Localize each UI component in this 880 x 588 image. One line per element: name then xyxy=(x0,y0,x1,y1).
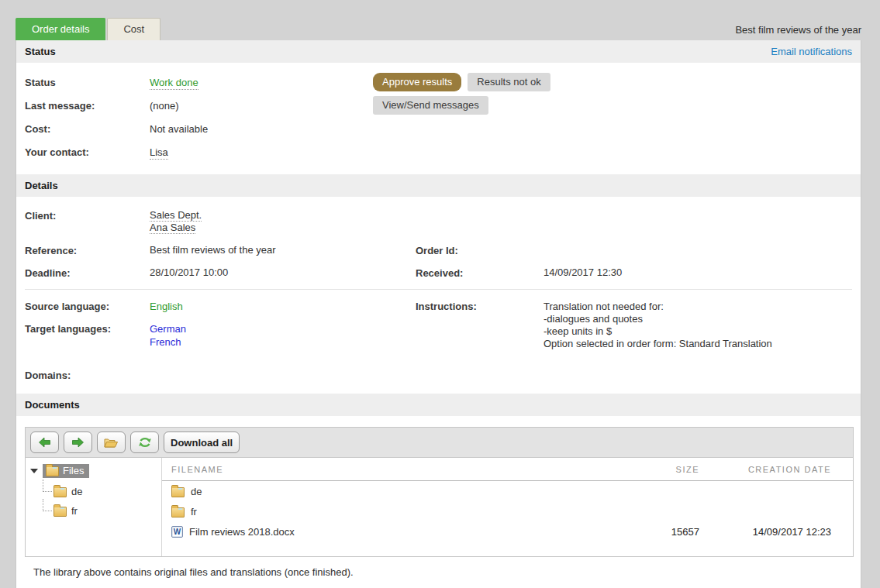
library-note: The library above contains original file… xyxy=(25,557,852,588)
cost-label: Cost: xyxy=(25,123,150,135)
last-message-row: Last message: (none) View/Send messages xyxy=(25,94,852,117)
your-contact-label: Your contact: xyxy=(25,146,150,158)
status-section-body: Status Work done Approve results Results… xyxy=(16,63,861,174)
cost-row: Cost: Not available xyxy=(25,117,852,140)
column-header-filename[interactable]: FILENAME xyxy=(171,465,626,474)
last-message-value: (none) xyxy=(150,100,373,112)
documents-section-title: Documents xyxy=(25,399,80,411)
status-row: Status Work done Approve results Results… xyxy=(25,70,852,94)
tree-item-fr[interactable]: fr xyxy=(53,505,161,517)
details-divider xyxy=(25,289,852,290)
back-button[interactable] xyxy=(30,432,59,453)
tree-child-label: de xyxy=(71,486,82,497)
instructions-line: -dialogues and quotes xyxy=(544,313,852,325)
instructions-text: Translation not needed for: -dialogues a… xyxy=(544,301,852,350)
details-section-title: Details xyxy=(25,180,58,191)
your-contact-row: Your contact: Lisa xyxy=(25,140,852,163)
received-value: 14/09/2017 12:30 xyxy=(544,266,852,278)
last-message-label: Last message: xyxy=(25,100,150,112)
client-person[interactable]: Ana Sales xyxy=(150,222,195,234)
client-company[interactable]: Sales Dept. xyxy=(150,209,202,222)
file-name: de xyxy=(191,486,202,497)
view-send-messages-button[interactable]: View/Send messages xyxy=(373,96,488,115)
tree-item-de[interactable]: de xyxy=(53,486,161,497)
folder-icon xyxy=(53,507,67,517)
file-size: 15657 xyxy=(626,526,699,538)
order-details-panel: Status Email notifications Status Work d… xyxy=(16,40,861,588)
instructions-line: -keep units in $ xyxy=(544,325,852,338)
file-row-film-reviews[interactable]: W Film reviews 2018.docx 15657 14/09/201… xyxy=(162,521,853,542)
file-name: Film reviews 2018.docx xyxy=(189,526,295,538)
tree-root-label: Files xyxy=(63,465,84,476)
target-languages-label: Target languages: xyxy=(25,323,150,335)
tab-cost[interactable]: Cost xyxy=(107,18,160,40)
tab-order-details[interactable]: Order details xyxy=(16,18,105,40)
details-section-body: Client: Sales Dept. Ana Sales Reference:… xyxy=(16,197,861,394)
refresh-icon xyxy=(138,436,152,449)
email-notifications-link[interactable]: Email notifications xyxy=(771,46,852,57)
file-row-de[interactable]: de xyxy=(162,481,853,501)
target-language-german[interactable]: German xyxy=(150,323,416,335)
documents-section-header: Documents xyxy=(16,394,861,416)
folder-icon xyxy=(46,466,59,476)
languages-instructions-grid: Source language: English Instructions: T… xyxy=(25,301,852,383)
reference-value: Best film reviews of the year xyxy=(150,244,416,256)
order-id-label: Order Id: xyxy=(416,244,544,256)
file-list-header: FILENAME SIZE CREATION DATE xyxy=(162,458,853,481)
your-contact-value[interactable]: Lisa xyxy=(150,146,168,160)
reference-row: Reference: Best film reviews of the year… xyxy=(25,244,852,256)
target-language-french[interactable]: French xyxy=(150,336,416,348)
approve-results-button[interactable]: Approve results xyxy=(373,73,461,91)
open-folder-icon xyxy=(104,437,119,449)
forward-button[interactable] xyxy=(64,432,92,453)
status-value[interactable]: Work done xyxy=(150,77,198,90)
client-label: Client: xyxy=(25,209,150,222)
tab-bar: Order details Cost Best film reviews of … xyxy=(16,18,861,40)
file-date: 14/09/2017 12:23 xyxy=(699,526,831,538)
tree-child-label: fr xyxy=(71,505,78,517)
file-browser-toolbar: Download all xyxy=(26,428,853,458)
word-doc-icon: W xyxy=(171,526,183,538)
domains-label: Domains: xyxy=(25,370,150,383)
source-language-label: Source language: xyxy=(25,301,150,312)
status-label: Status xyxy=(25,77,150,88)
folder-icon xyxy=(53,487,67,497)
client-row: Client: Sales Dept. Ana Sales xyxy=(25,209,852,234)
results-not-ok-button[interactable]: Results not ok xyxy=(468,73,550,91)
file-row-fr[interactable]: fr xyxy=(162,501,853,521)
folder-icon xyxy=(171,507,185,518)
download-all-button[interactable]: Download all xyxy=(164,432,240,453)
back-arrow-icon xyxy=(38,437,51,448)
instructions-line: Option selected in order form: Standard … xyxy=(544,338,852,350)
order-reference-title: Best film reviews of the year xyxy=(735,24,861,40)
documents-section-body: Download all Files de xyxy=(16,416,861,588)
folder-icon xyxy=(171,487,185,497)
source-language-value: English xyxy=(150,301,416,312)
cost-value: Not available xyxy=(150,123,373,135)
tree-expand-icon[interactable] xyxy=(30,469,38,473)
details-section-header: Details xyxy=(16,174,861,197)
deadline-row: Deadline: 28/10/2017 10:00 Received: 14/… xyxy=(25,266,852,279)
domains-value xyxy=(150,370,416,371)
reference-label: Reference: xyxy=(25,244,150,256)
forward-arrow-icon xyxy=(71,437,85,448)
deadline-label: Deadline: xyxy=(25,266,150,279)
instructions-line: Translation not needed for: xyxy=(544,301,852,313)
tree-item-files[interactable]: Files xyxy=(30,464,161,478)
status-section-header: Status Email notifications xyxy=(16,40,861,63)
status-section-title: Status xyxy=(25,46,56,57)
new-folder-button[interactable] xyxy=(97,432,126,453)
instructions-label: Instructions: xyxy=(416,301,544,312)
folder-tree: Files de fr xyxy=(26,458,162,556)
file-name: fr xyxy=(191,506,197,518)
file-list: FILENAME SIZE CREATION DATE de xyxy=(162,458,853,556)
page: Order details Cost Best film reviews of … xyxy=(0,0,880,588)
column-header-size[interactable]: SIZE xyxy=(626,465,699,474)
deadline-value: 28/10/2017 10:00 xyxy=(150,266,416,278)
column-header-creation-date[interactable]: CREATION DATE xyxy=(699,465,831,474)
refresh-button[interactable] xyxy=(130,432,159,453)
received-label: Received: xyxy=(416,266,544,279)
file-browser: Download all Files de xyxy=(25,427,854,557)
